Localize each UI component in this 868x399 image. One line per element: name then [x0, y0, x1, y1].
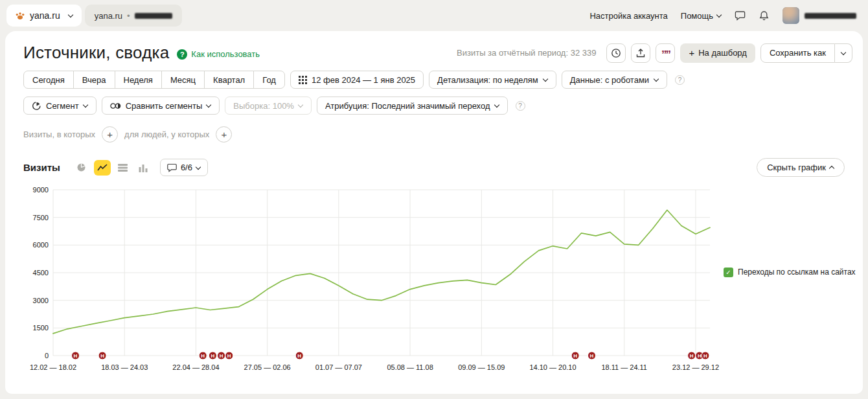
x-tick-label: 23.12 — 29.12	[672, 363, 719, 371]
how-to-use-link[interactable]: Как использовать	[191, 49, 260, 59]
save-as-split-button: Сохранить как	[760, 43, 852, 63]
compare-segments-button[interactable]: Сравнить сегменты	[102, 97, 220, 115]
x-tick-label: 27.05 — 02.06	[244, 363, 291, 371]
sampling-label: Выборка: 100%	[233, 101, 294, 111]
note-marker-label: Н	[201, 353, 205, 359]
y-tick-label: 4500	[33, 269, 49, 277]
help-icon[interactable]: ?	[516, 101, 525, 111]
save-as-dropdown-button[interactable]	[835, 43, 852, 63]
topbar: yana.ru yana.ru • Настройка аккаунта Пом…	[0, 0, 868, 31]
segment-label: Сегмент	[46, 101, 79, 111]
add-visit-condition-button[interactable]: +	[102, 126, 118, 142]
y-tick-label: 3000	[33, 297, 49, 304]
chart-type-stacked-button[interactable]	[115, 160, 131, 176]
date-range-button[interactable]: 12 фев 2024 — 1 янв 2025	[290, 71, 424, 89]
x-tick-label: 14.10 — 20.10	[529, 363, 576, 371]
period-button[interactable]: Неделя	[115, 71, 162, 89]
period-button[interactable]: Месяц	[161, 71, 205, 89]
x-tick-label: 18.03 — 24.03	[101, 363, 148, 371]
data-mode-label: Данные: с роботами	[570, 75, 649, 85]
note-marker-label: Н	[211, 353, 215, 359]
note-marker-label: Н	[698, 353, 702, 359]
x-tick-label: 05.08 — 11.08	[387, 363, 433, 371]
bell-icon[interactable]	[759, 10, 770, 21]
chevron-down-icon	[542, 76, 547, 82]
topbar-right: Настройка аккаунта Помощь	[589, 7, 856, 24]
hide-chart-button[interactable]: Скрыть график	[757, 158, 845, 177]
avatar	[782, 7, 799, 24]
comments-count: 6/6	[181, 163, 192, 172]
detail-label: Детализация: по неделям	[437, 75, 538, 85]
compare-segments-label: Сравнить сегменты	[126, 101, 203, 111]
visits-period-label: Визиты за отчётный период:	[457, 48, 568, 58]
y-tick-label: 6000	[33, 241, 49, 249]
note-marker-label: Н	[220, 353, 223, 359]
data-mode-select[interactable]: Данные: с роботами	[562, 71, 667, 89]
period-button[interactable]: Сегодня	[23, 71, 74, 89]
plus-icon: +	[689, 48, 694, 58]
attribution-label: Атрибуция: Последний значимый переход	[325, 101, 490, 111]
segment-button[interactable]: Сегмент	[23, 97, 97, 115]
period-button[interactable]: Вчера	[73, 71, 115, 89]
x-tick-label: 12.02 — 18.02	[30, 363, 76, 371]
add-to-dashboard-button[interactable]: + На дашборд	[680, 43, 755, 63]
sampling-select[interactable]: Выборка: 100%	[225, 97, 312, 115]
y-tick-label: 0	[45, 352, 49, 359]
visits-chart[interactable]: 015003000450060007500900012.02 — 18.0218…	[23, 183, 720, 375]
chevron-down-icon	[494, 102, 499, 108]
comments-button[interactable]: 6/6	[160, 159, 208, 176]
period-button[interactable]: Год	[253, 71, 285, 89]
clock-icon	[611, 48, 621, 58]
user-menu[interactable]	[782, 7, 856, 24]
calendar-grid-icon	[299, 76, 307, 84]
chart-header: Визиты	[23, 158, 852, 177]
chart-type-columns-button[interactable]	[135, 160, 152, 176]
note-marker-label: Н	[690, 353, 694, 359]
series-line[interactable]	[53, 210, 710, 334]
counter-tab-site: yana.ru	[95, 11, 122, 21]
segment-pie-icon	[32, 101, 41, 111]
redacted-counter-name	[135, 13, 172, 19]
x-tick-label: 18.11 — 24.11	[601, 363, 647, 371]
chart-type-switcher	[73, 160, 152, 176]
chart-type-line-button[interactable]	[94, 160, 111, 176]
chevron-down-icon	[654, 76, 659, 82]
chat-icon[interactable]	[735, 10, 746, 21]
conditions-row: Визиты, в которых + для людей, у которых…	[23, 126, 852, 142]
attribution-select[interactable]: Атрибуция: Последний значимый переход	[317, 97, 508, 115]
detail-select[interactable]: Детализация: по неделям	[429, 71, 556, 89]
y-tick-label: 1500	[33, 324, 49, 332]
x-tick-label: 09.09 — 15.09	[458, 363, 505, 371]
segment-filters-row: Сегмент Сравнить сегменты Выборка: 100% …	[23, 97, 852, 115]
save-as-button[interactable]: Сохранить как	[760, 43, 835, 63]
hide-chart-label: Скрыть график	[767, 163, 826, 172]
add-people-condition-button[interactable]: +	[216, 126, 232, 142]
x-tick-label: 01.07 — 07.07	[315, 363, 362, 371]
chevron-up-icon	[829, 166, 834, 171]
history-button[interactable]	[606, 43, 626, 63]
report-header: Источники, сводка ? Как использовать Виз…	[23, 31, 852, 63]
visits-condition-label: Визиты, в которых	[23, 130, 95, 139]
quotes-button[interactable]: ””	[656, 43, 675, 63]
redacted-user-name	[805, 13, 856, 19]
note-marker-label: Н	[703, 353, 707, 359]
note-marker-label: Н	[227, 353, 231, 359]
help-menu[interactable]: Помощь	[681, 11, 722, 21]
period-button[interactable]: Квартал	[204, 71, 254, 89]
column-chart-icon	[139, 163, 148, 172]
help-icon[interactable]: ?	[675, 75, 685, 85]
chevron-down-icon	[67, 12, 73, 17]
chart-type-pie-button[interactable]	[73, 160, 90, 176]
account-settings-link[interactable]: Настройка аккаунта	[589, 11, 667, 21]
export-button[interactable]	[631, 43, 650, 63]
period-button-group: СегодняВчераНеделяМесяцКварталГод	[23, 71, 285, 89]
counter-selector[interactable]: yana.ru	[6, 5, 82, 27]
chart-legend: ✓ Переходы по ссылкам на сайтах	[724, 183, 856, 375]
counter-tab[interactable]: yana.ru •	[85, 5, 182, 27]
legend-checkbox[interactable]: ✓	[724, 268, 733, 277]
export-arrow-icon	[635, 48, 646, 58]
counter-label: yana.ru	[30, 10, 60, 21]
chevron-down-icon	[196, 164, 201, 169]
stacked-area-icon	[118, 163, 128, 172]
chevron-down-icon	[716, 12, 722, 17]
